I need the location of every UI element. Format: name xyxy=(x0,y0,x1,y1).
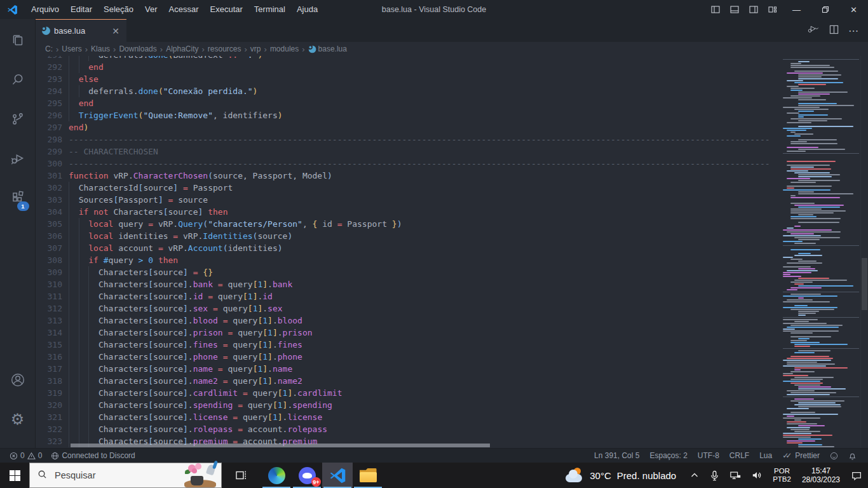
code-line[interactable]: 314Characters[source].prison = query[1].… xyxy=(36,327,779,339)
breadcrumb-alphacity[interactable]: AlphaCity xyxy=(166,44,198,53)
input-language-switcher[interactable]: PORPTB2 xyxy=(771,463,793,488)
show-hidden-icons-button[interactable] xyxy=(688,463,702,488)
clock[interactable]: 15:4728/03/2023 xyxy=(799,463,843,488)
indentation-setting[interactable]: Espaços: 2 xyxy=(644,449,692,463)
menu-ver[interactable]: Ver xyxy=(139,0,163,19)
tab-close-icon[interactable]: ✕ xyxy=(110,26,121,36)
tab-base-lua[interactable]: base.lua ✕ xyxy=(36,19,126,42)
vertical-scrollbar-track[interactable] xyxy=(860,56,868,448)
code-line[interactable]: 317Characters[source].name = query[1].na… xyxy=(36,363,779,375)
accounts-icon[interactable] xyxy=(3,365,33,395)
feedback-icon[interactable] xyxy=(825,449,843,463)
action-center-button[interactable] xyxy=(849,463,864,488)
menu-ajuda[interactable]: Ajuda xyxy=(291,0,323,19)
menu-selecao[interactable]: Seleção xyxy=(98,0,139,19)
code-line[interactable]: 301function vRP.CharacterChosen(source, … xyxy=(36,170,779,182)
code-line[interactable]: 316Characters[source].phone = query[1].p… xyxy=(36,351,779,363)
menu-arquivo[interactable]: Arquivo xyxy=(25,0,65,19)
breadcrumb-file[interactable]: base.lua xyxy=(318,44,347,53)
microphone-tray-icon[interactable] xyxy=(708,463,721,488)
toggle-secondary-sidebar-icon[interactable] xyxy=(744,0,763,19)
language-mode[interactable]: Lua xyxy=(754,449,777,463)
breadcrumb-resources[interactable]: resources xyxy=(208,44,241,53)
code-line[interactable]: 304if not Characters[source] then xyxy=(36,206,779,218)
weather-widget[interactable]: 30°C Pred. nublado xyxy=(560,463,681,488)
toggle-panel-icon[interactable] xyxy=(725,0,744,19)
code-line[interactable]: 315Characters[source].fines = query[1].f… xyxy=(36,339,779,351)
task-view-button[interactable] xyxy=(226,463,256,488)
breadcrumb-downloads[interactable]: Downloads xyxy=(119,44,156,53)
code-line[interactable]: 307local account = vRP.Account(identitie… xyxy=(36,242,779,254)
search-input[interactable] xyxy=(53,470,151,481)
settings-gear-icon[interactable]: ⚙ xyxy=(3,405,33,434)
explorer-icon[interactable] xyxy=(3,25,33,55)
code-line[interactable]: 310Characters[source].bank = query[1].ba… xyxy=(36,278,779,290)
taskbar-search[interactable] xyxy=(29,463,222,488)
cursor-position[interactable]: Ln 391, Col 5 xyxy=(589,449,644,463)
breadcrumb-drive[interactable]: C: xyxy=(45,44,53,53)
start-button[interactable] xyxy=(0,463,29,488)
discord-status[interactable]: Connected to Discord xyxy=(48,449,138,463)
vertical-scrollbar-thumb[interactable] xyxy=(862,258,867,310)
formatter-status[interactable]: ✓✓Prettier xyxy=(777,449,825,463)
code-editor[interactable]: 291deferrals.done(BannedText .. ".")292e… xyxy=(36,56,779,448)
close-button[interactable]: ✕ xyxy=(839,0,868,19)
minimize-button[interactable]: — xyxy=(782,0,811,19)
source-control-icon[interactable] xyxy=(3,104,33,133)
split-editor-icon[interactable] xyxy=(829,25,839,37)
edge-taskbar-button[interactable] xyxy=(261,463,292,488)
code-line[interactable]: 303Sources[Passport] = source xyxy=(36,194,779,206)
code-line[interactable]: 322Characters[source].rolepass = account… xyxy=(36,423,779,435)
code-line[interactable]: 313Characters[source].blood = query[1].b… xyxy=(36,315,779,327)
code-line[interactable]: 291deferrals.done(BannedText .. ".") xyxy=(36,56,779,61)
customize-layout-icon[interactable] xyxy=(763,0,782,19)
code-line[interactable]: 293else xyxy=(36,73,779,85)
breadcrumb-vrp[interactable]: vrp xyxy=(250,44,261,53)
encoding-setting[interactable]: UTF-8 xyxy=(693,449,724,463)
run-or-debug-icon[interactable] xyxy=(807,24,820,37)
menu-editar[interactable]: Editar xyxy=(65,0,98,19)
code-line[interactable]: 309Characters[source] = {} xyxy=(36,266,779,278)
notifications-bell-icon[interactable] xyxy=(843,449,862,463)
bing-daily-flowerpot-image[interactable] xyxy=(182,463,219,487)
code-line[interactable]: 294deferrals.done("Conexão perdida.") xyxy=(36,85,779,97)
explorer-taskbar-button[interactable] xyxy=(353,463,383,488)
code-line[interactable]: 311Characters[source].id = query[1].id xyxy=(36,290,779,302)
volume-tray-icon[interactable] xyxy=(749,463,764,488)
breadcrumb-modules[interactable]: modules xyxy=(270,44,299,53)
network-tray-icon[interactable] xyxy=(728,463,743,488)
code-line[interactable]: 318Characters[source].name2 = query[1].n… xyxy=(36,375,779,387)
code-line[interactable]: 295end xyxy=(36,97,779,109)
code-line[interactable]: 321Characters[source].license = query[1]… xyxy=(36,411,779,423)
extensions-icon[interactable]: 1 xyxy=(3,183,33,212)
more-actions-icon[interactable]: ⋯ xyxy=(848,25,859,37)
search-icon[interactable] xyxy=(3,65,33,94)
menu-terminal[interactable]: Terminal xyxy=(248,0,291,19)
code-line[interactable]: 292end xyxy=(36,61,779,73)
horizontal-scrollbar[interactable] xyxy=(71,444,490,447)
code-line[interactable]: 296TriggerEvent("Queue:Remove", identifi… xyxy=(36,109,779,121)
run-debug-icon[interactable] xyxy=(3,144,33,173)
breadcrumb-users[interactable]: Users xyxy=(62,44,81,53)
restore-button[interactable] xyxy=(811,0,839,19)
minimap[interactable] xyxy=(779,56,860,448)
toggle-sidebar-icon[interactable] xyxy=(706,0,725,19)
problems-indicator[interactable]: 0 0 xyxy=(6,449,45,463)
code-line[interactable]: 302CharactersId[source] = Passport xyxy=(36,182,779,194)
code-line[interactable]: 306local identities = vRP.Identities(sou… xyxy=(36,230,779,242)
vscode-taskbar-button[interactable] xyxy=(322,463,353,488)
code-line[interactable]: 298-------------------------------------… xyxy=(36,133,779,146)
menu-executar[interactable]: Executar xyxy=(205,0,248,19)
discord-taskbar-button[interactable]: 9+ xyxy=(292,463,322,488)
code-line[interactable]: 320Characters[source].spending = query[1… xyxy=(36,399,779,411)
code-line[interactable]: 300-------------------------------------… xyxy=(36,158,779,170)
code-line[interactable]: 312Characters[source].sex = query[1].sex xyxy=(36,302,779,315)
eol-setting[interactable]: CRLF xyxy=(724,449,754,463)
code-line[interactable]: 297end) xyxy=(36,121,779,133)
breadcrumb-klaus[interactable]: Klaus xyxy=(91,44,110,53)
code-line[interactable]: 308if #query > 0 then xyxy=(36,254,779,266)
menu-acessar[interactable]: Acessar xyxy=(163,0,205,19)
code-line[interactable]: 299-- CHARACTERCHOSEN xyxy=(36,146,779,158)
code-line[interactable]: 305local query = vRP.Query("characters/P… xyxy=(36,218,779,230)
code-line[interactable]: 319Characters[source].cardlimit = query[… xyxy=(36,387,779,399)
